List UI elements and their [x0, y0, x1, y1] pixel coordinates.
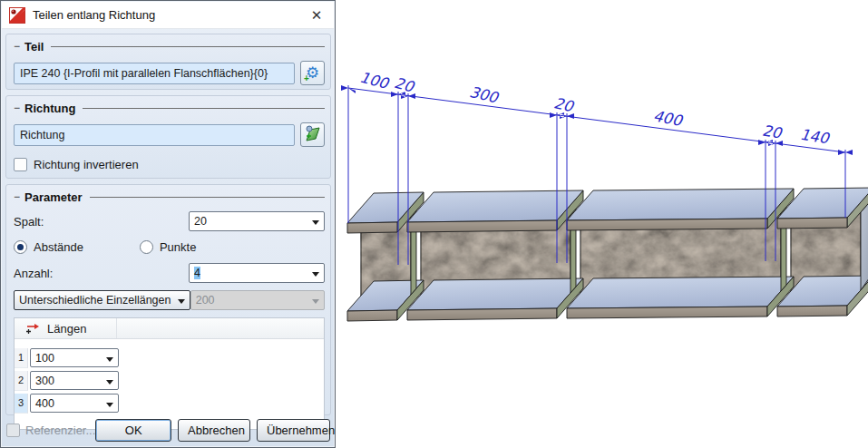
- application-window: Teilen entlang Richtung ✕ − Teil IPE 240…: [0, 0, 868, 448]
- spalt-label: Spalt:: [14, 215, 189, 229]
- length-mode-combobox[interactable]: Unterschiedliche Einzellängen: [14, 290, 190, 310]
- length-3-value: 400: [35, 397, 54, 410]
- close-button[interactable]: ✕: [307, 7, 327, 24]
- anzahl-label: Anzahl:: [14, 267, 189, 280]
- dim-label-100: 100: [358, 68, 392, 93]
- chevron-down-icon: [106, 357, 113, 362]
- chevron-down-icon: [312, 272, 319, 277]
- dim-label-20a: 20: [393, 74, 417, 96]
- group-richtung-label: Richtung: [24, 102, 75, 115]
- collapse-toggle-richtung[interactable]: −: [14, 102, 20, 113]
- collapse-toggle-parameter[interactable]: −: [14, 191, 20, 202]
- referenzier-label: Referenzier...: [25, 424, 95, 437]
- group-richtung: − Richtung Richtung Ric: [5, 95, 331, 179]
- direction-plane-icon: [304, 124, 322, 142]
- chevron-down-icon: [312, 299, 319, 304]
- length-mode-value: Unterschiedliche Einzellängen: [19, 294, 171, 307]
- title-bar: Teilen entlang Richtung ✕: [2, 2, 334, 29]
- add-length-icon[interactable]: [25, 322, 40, 335]
- select-part-button[interactable]: ⚙ +: [300, 61, 325, 85]
- select-direction-button[interactable]: [300, 122, 325, 147]
- chevron-down-icon: [106, 380, 113, 385]
- dialog-teilen-entlang-richtung: Teilen entlang Richtung ✕ − Teil IPE 240…: [0, 0, 336, 448]
- collapse-toggle-teil[interactable]: −: [14, 41, 20, 52]
- referenzier-checkbox: [6, 424, 20, 437]
- fixed-length-value: 200: [196, 294, 215, 307]
- plus-icon: +: [304, 74, 309, 83]
- row-number: 3: [15, 394, 28, 414]
- chevron-down-icon: [178, 299, 185, 304]
- direction-field[interactable]: Richtung: [14, 124, 295, 146]
- chevron-down-icon: [312, 220, 319, 225]
- length-2-combobox[interactable]: 300: [30, 371, 119, 390]
- cancel-button[interactable]: Abbrechen: [178, 419, 250, 442]
- radio-abstaende[interactable]: [14, 240, 27, 254]
- table-row: 1 100: [15, 346, 324, 369]
- lengths-header-label: Längen: [47, 322, 86, 336]
- length-3-combobox[interactable]: 400: [30, 394, 119, 413]
- table-row: 3 400: [15, 392, 324, 414]
- invert-direction-label: Richtung invertieren: [34, 158, 139, 171]
- group-divider: [83, 108, 325, 109]
- ok-button[interactable]: OK: [95, 419, 171, 442]
- chevron-down-icon: [106, 403, 113, 407]
- anzahl-value: 4: [194, 267, 200, 279]
- part-field[interactable]: IPE 240 {I-Profil mit parallelen Flansch…: [14, 63, 295, 84]
- radio-punkte[interactable]: [140, 240, 153, 254]
- dialog-footer: Referenzier... OK Abbrechen Übernehmen: [6, 418, 330, 442]
- dim-label-300: 300: [468, 83, 501, 107]
- group-teil-label: Teil: [24, 40, 44, 54]
- fixed-length-combobox: 200: [190, 290, 325, 310]
- row-number: 2: [15, 371, 28, 391]
- group-divider: [51, 46, 325, 47]
- group-parameter-label: Parameter: [24, 190, 83, 204]
- length-2-value: 300: [35, 375, 54, 387]
- invert-direction-checkbox[interactable]: [14, 158, 27, 171]
- dimension-labels: 100 20 300 20 400 20 140: [358, 68, 832, 147]
- 3d-viewport[interactable]: 100 20 300 20 400 20 140: [336, 0, 868, 448]
- dialog-title: Teilen entlang Richtung: [33, 8, 155, 22]
- group-divider: [90, 197, 325, 198]
- group-parameter: − Parameter Spalt: 20 Abstände Punkte An: [5, 184, 331, 415]
- column-divider: [116, 318, 117, 338]
- spalt-combobox[interactable]: 20: [189, 211, 325, 231]
- group-teil: − Teil IPE 240 {I-Profil mit parallelen …: [5, 34, 331, 90]
- lengths-table-header: Längen: [15, 318, 324, 339]
- spalt-value: 20: [194, 215, 207, 228]
- anzahl-combobox[interactable]: 4: [189, 263, 325, 283]
- app-icon: [9, 7, 25, 24]
- table-row: 2 300: [15, 369, 324, 392]
- dim-label-20c: 20: [761, 122, 784, 142]
- lengths-table: Längen 1 100 2 300: [14, 317, 325, 430]
- radio-punkte-label: Punkte: [160, 240, 196, 254]
- radio-abstaende-label: Abstände: [34, 240, 83, 254]
- row-number: 1: [15, 348, 28, 368]
- dim-label-140: 140: [799, 126, 832, 148]
- dim-label-400: 400: [652, 107, 685, 130]
- length-1-value: 100: [35, 352, 54, 365]
- dim-label-20b: 20: [552, 94, 576, 116]
- apply-button[interactable]: Übernehmen: [257, 419, 330, 442]
- length-1-combobox[interactable]: 100: [30, 348, 119, 367]
